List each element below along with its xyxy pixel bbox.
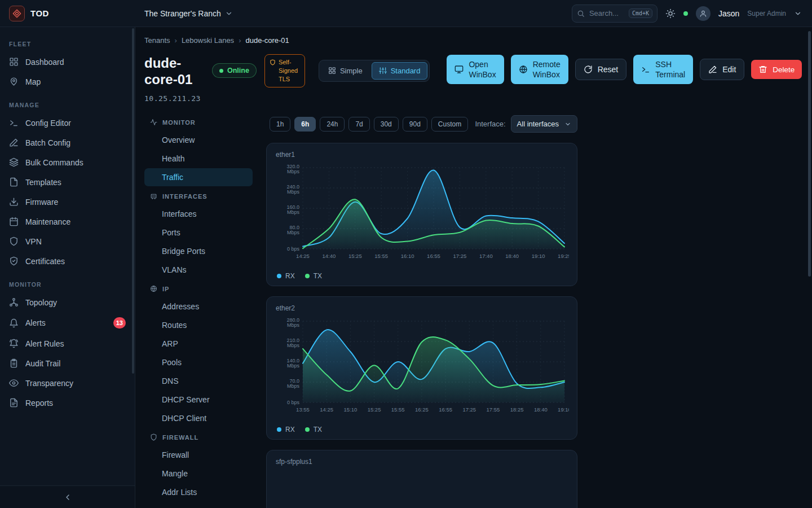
sidebar-scrollbar-thumb[interactable] [132,28,134,374]
subnav-item-addresses[interactable]: Addresses [144,297,253,316]
open-winbox-button[interactable]: Open WinBox [447,55,504,84]
interface-select[interactable]: All interfaces [511,115,577,133]
user-avatar[interactable] [696,6,710,21]
subnav-section-label: IP [162,286,169,292]
global-search[interactable]: Cmd+K [572,5,657,23]
topology-icon [9,297,19,307]
sidebar-item-map[interactable]: Map [0,72,135,91]
legend-dot-icon [305,427,310,432]
user-menu-chevron-icon[interactable] [794,10,802,17]
chart-card-ether2: ether2280.0Mbps210.0Mbps140.0Mbps70.0Mbp… [266,296,577,440]
subnav-item-vlans[interactable]: VLANs [144,261,253,279]
sidebar-item-reports[interactable]: Reports [0,393,135,413]
subnav-section-label: INTERFACES [162,193,208,200]
sidebar-item-audit-trail[interactable]: Audit Trail [0,353,135,373]
reset-label: Reset [598,65,619,74]
subnav-item-interfaces[interactable]: Interfaces [144,205,253,223]
search-input[interactable] [589,9,624,17]
shield-check-icon [9,256,19,266]
range-pill-custom[interactable]: Custom [431,117,468,132]
mode-simple-tab[interactable]: Simple [321,62,370,80]
calendar-icon [9,217,19,226]
chart-legend: RXTX [276,272,568,280]
legend-item-rx: RX [277,426,295,433]
map-pin-icon [9,77,19,86]
legend-item-tx: TX [305,272,322,280]
subnav-item-firewall[interactable]: Firewall [144,446,253,464]
subnav-item-dns[interactable]: DNS [144,372,253,390]
range-pill-1h[interactable]: 1h [270,117,290,132]
sidebar-item-label: Config Editor [25,119,71,128]
sidebar-item-topology[interactable]: Topology [0,292,135,312]
range-pill-90d[interactable]: 90d [403,117,427,132]
mode-standard-tab[interactable]: Standard [372,62,428,80]
svg-text:Mbps: Mbps [287,189,300,195]
breadcrumb-separator: › [175,36,177,45]
svg-text:15:55: 15:55 [391,406,405,413]
edit-button[interactable]: Edit [700,59,744,80]
sidebar-item-config-editor[interactable]: Config Editor [0,113,135,133]
subnav-item-arp[interactable]: ARP [144,335,253,353]
subnav-item-traffic[interactable]: Traffic [144,168,253,186]
file-icon [9,177,19,187]
sidebar-item-alerts[interactable]: Alerts13 [0,312,135,334]
subnav-item-mangle[interactable]: Mangle [144,465,253,483]
tenant-selector[interactable]: The Stranger's Ranch [135,9,233,18]
sidebar-section-label-monitor: MONITOR [0,271,135,292]
status-label: Online [227,67,249,75]
sidebar-item-label: Alerts [25,318,46,327]
breadcrumb-item-lebowski-lanes[interactable]: Lebowski Lanes [182,36,234,45]
refresh-icon [584,65,593,74]
sidebar-item-label: Templates [25,178,61,187]
sidebar-item-transparency[interactable]: Transparency [0,373,135,393]
interface-label: Interface: [475,120,505,128]
svg-text:19:25: 19:25 [558,253,569,259]
subnav-item-pools[interactable]: Pools [144,353,253,371]
subnav-item-health[interactable]: Health [144,150,253,168]
subnav-section-monitor: MONITOR [144,113,253,130]
svg-text:17:25: 17:25 [453,253,467,259]
subnav-item-bridge-ports[interactable]: Bridge Ports [144,242,253,260]
subnav-section-firewall: FIREWALL [144,428,253,445]
sidebar-item-vpn[interactable]: VPN [0,231,135,251]
sidebar-item-batch-config[interactable]: Batch Config [0,133,135,152]
breadcrumb: Tenants›Lebowski Lanes›dude-core-01 [144,27,812,47]
svg-text:15:55: 15:55 [374,253,388,259]
tenant-name: The Stranger's Ranch [144,9,221,18]
subnav-item-routes[interactable]: Routes [144,316,253,334]
sidebar-item-firmware[interactable]: Firmware [0,192,135,212]
svg-text:16:25: 16:25 [415,406,429,413]
sidebar-item-alert-rules[interactable]: Alert Rules [0,334,135,353]
breadcrumb-separator: › [239,36,241,45]
range-pill-6h[interactable]: 6h [294,117,316,132]
breadcrumb-item-tenants[interactable]: Tenants [144,36,170,45]
device-ip: 10.25.211.23 [144,94,203,103]
remote-winbox-button[interactable]: Remote WinBox [511,55,568,84]
app-name: TOD [30,8,49,18]
delete-button[interactable]: Delete [751,60,802,79]
subnav-item-dhcp-server[interactable]: DHCP Server [144,391,253,409]
sidebar-item-dashboard[interactable]: Dashboard [0,52,135,72]
window-scrollbar-thumb[interactable] [808,31,811,277]
svg-text:13:55: 13:55 [296,406,310,413]
theme-toggle-sun-icon[interactable] [665,8,676,19]
subnav-item-overview[interactable]: Overview [144,131,253,149]
sidebar-item-bulk-commands[interactable]: Bulk Commands [0,152,135,172]
subnav-item-ports[interactable]: Ports [144,224,253,242]
sidebar-collapse-button[interactable] [0,485,135,508]
reset-button[interactable]: Reset [575,59,627,80]
subnav-item-dhcp-client[interactable]: DHCP Client [144,409,253,427]
sidebar-item-certificates[interactable]: Certificates [0,251,135,271]
svg-text:15:25: 15:25 [368,406,381,413]
svg-text:Mbps: Mbps [287,322,300,328]
range-pill-7d[interactable]: 7d [348,117,369,132]
subnav-item-addr-lists[interactable]: Addr Lists [144,483,253,501]
sidebar-item-templates[interactable]: Templates [0,172,135,192]
svg-text:0 bps: 0 bps [287,246,300,252]
range-pill-24h[interactable]: 24h [320,117,345,132]
ssh-terminal-button[interactable]: SSH Terminal [633,55,693,84]
sidebar-item-maintenance[interactable]: Maintenance [0,212,135,231]
chart-title: sfp-sfpplus1 [276,458,568,466]
user-role: Super Admin [747,10,786,17]
range-pill-30d[interactable]: 30d [374,117,399,132]
